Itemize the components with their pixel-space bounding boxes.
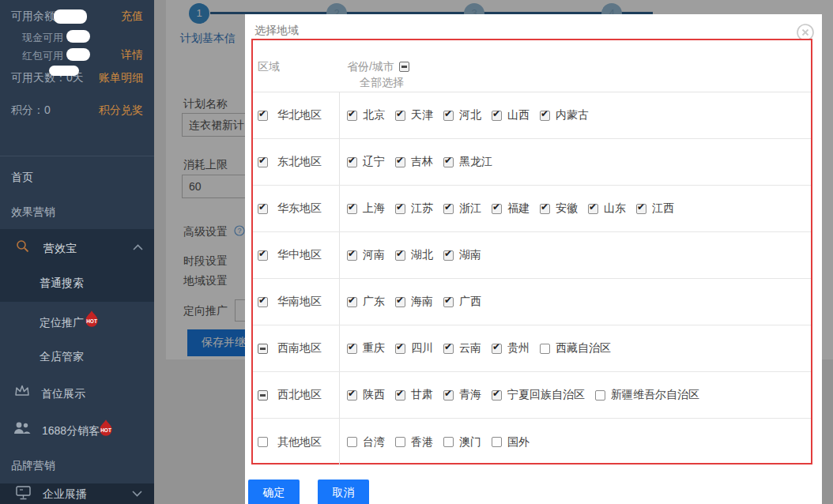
province-checkbox[interactable]	[443, 437, 454, 447]
province-checkbox[interactable]	[347, 297, 357, 307]
province-label: 台湾	[363, 435, 385, 449]
province-label: 山西	[507, 108, 530, 122]
province-label: 海南	[411, 295, 433, 309]
region-checkbox[interactable]	[258, 344, 268, 354]
hot-badge-text: HOT	[100, 427, 111, 433]
redaction-blob	[66, 48, 90, 61]
sidebar-item-normal-search[interactable]: 普通搜索	[40, 276, 84, 291]
sidebar-item-distribution[interactable]: 1688分销客	[42, 424, 100, 438]
province-checkbox[interactable]	[492, 344, 502, 354]
region-cell: 华南地区	[253, 279, 340, 325]
region-label: 西北地区	[277, 388, 322, 402]
province-checkbox[interactable]	[540, 344, 550, 354]
bill-detail-link[interactable]: 账单明细	[99, 71, 143, 85]
sidebar-divider	[0, 156, 154, 156]
province-item: 广东	[347, 295, 385, 309]
points-label: 积分：0	[11, 103, 51, 118]
province-checkbox[interactable]	[540, 111, 550, 121]
province-checkbox[interactable]	[492, 204, 502, 214]
redaction-blob	[66, 30, 90, 43]
province-checkbox[interactable]	[395, 390, 405, 401]
region-checkbox[interactable]	[258, 437, 268, 447]
province-item: 山西	[492, 108, 530, 122]
province-cell: 台湾香港澳门国外	[340, 435, 811, 449]
province-checkbox[interactable]	[443, 157, 454, 167]
region-checkbox[interactable]	[258, 157, 268, 167]
province-checkbox[interactable]	[636, 204, 646, 214]
chevron-down-icon	[132, 491, 142, 497]
hot-badge-text: HOT	[86, 318, 97, 324]
province-label: 安徽	[556, 201, 578, 216]
province-checkbox[interactable]	[492, 111, 502, 121]
province-checkbox[interactable]	[395, 437, 405, 447]
province-label: 黑龙江	[459, 155, 492, 169]
sidebar-item-home[interactable]: 首页	[11, 171, 33, 185]
province-checkbox[interactable]	[443, 297, 454, 307]
sidebar-item-yingxiaobao[interactable]: 营效宝	[43, 242, 77, 256]
province-checkbox[interactable]	[347, 250, 357, 261]
province-checkbox[interactable]	[347, 204, 357, 214]
province-label: 国外	[507, 435, 530, 449]
sidebar-item-effect-marketing[interactable]: 效果营销	[11, 205, 55, 220]
region-checkbox[interactable]	[258, 297, 268, 307]
province-cell: 陕西甘肃青海宁夏回族自治区新疆维吾尔自治区	[340, 388, 811, 402]
province-label: 河南	[363, 248, 385, 262]
province-checkbox[interactable]	[347, 390, 357, 401]
province-checkbox[interactable]	[395, 250, 405, 261]
recharge-link[interactable]: 充值	[121, 9, 143, 24]
province-checkbox[interactable]	[395, 111, 405, 121]
hot-badge-icon: HOT	[96, 419, 116, 438]
province-checkbox[interactable]	[492, 390, 502, 401]
province-checkbox[interactable]	[395, 297, 405, 307]
cancel-button[interactable]: 取消	[318, 480, 369, 504]
confirm-button[interactable]: 确定	[248, 480, 300, 504]
region-cell: 西南地区	[253, 325, 340, 371]
region-table-rows: 华北地区北京天津河北山西内蒙古东北地区辽宁吉林黑龙江华东地区上海江苏浙江福建安徽…	[253, 92, 811, 465]
province-item: 江西	[636, 201, 674, 216]
redpacket-detail-link[interactable]: 详情	[121, 48, 143, 62]
sidebar: 可用余额： 充值 现金可用： 红包可用： 详情 可用天数：0天 账单明细 积分：…	[0, 0, 154, 504]
province-checkbox[interactable]	[395, 157, 405, 167]
province-checkbox[interactable]	[347, 157, 357, 167]
sidebar-item-brand-marketing[interactable]: 品牌营销	[11, 459, 55, 473]
enterprise-show-section[interactable]: 企业展播	[0, 483, 154, 504]
province-label: 北京	[363, 108, 385, 122]
province-checkbox[interactable]	[443, 344, 454, 354]
province-label: 上海	[363, 201, 385, 216]
province-checkbox[interactable]	[595, 390, 605, 401]
column-header-region: 区域	[258, 60, 280, 74]
region-select-modal: 选择地域 区域 省份/城市 全部选择 华北地区北京天津河北山西内蒙古东北地区辽宁…	[245, 14, 822, 504]
province-label: 贵州	[507, 341, 530, 355]
sidebar-item-top-display[interactable]: 首位展示	[41, 387, 85, 401]
province-cell: 河南湖北湖南	[340, 248, 811, 262]
province-checkbox[interactable]	[588, 204, 598, 214]
points-redeem-link[interactable]: 积分兑奖	[99, 103, 143, 118]
region-checkbox[interactable]	[258, 390, 268, 401]
province-checkbox[interactable]	[443, 250, 454, 261]
region-checkbox[interactable]	[258, 204, 268, 214]
collapse-all-icon[interactable]	[399, 62, 409, 72]
province-item: 福建	[492, 201, 530, 216]
region-label: 华中地区	[277, 248, 322, 262]
sidebar-item-store-manager[interactable]: 全店管家	[40, 350, 84, 364]
sidebar-item-targeted-promo[interactable]: 定位推广	[40, 316, 84, 330]
province-item: 台湾	[347, 435, 385, 449]
province-label: 湖北	[411, 248, 433, 262]
province-checkbox[interactable]	[347, 344, 357, 354]
region-checkbox[interactable]	[258, 250, 268, 261]
province-checkbox[interactable]	[540, 204, 550, 214]
province-label: 青海	[459, 388, 481, 402]
province-checkbox[interactable]	[492, 437, 502, 447]
province-checkbox[interactable]	[443, 390, 454, 401]
province-item: 澳门	[443, 435, 481, 449]
province-label: 广东	[363, 295, 385, 309]
province-checkbox[interactable]	[395, 344, 405, 354]
province-checkbox[interactable]	[395, 204, 405, 214]
province-checkbox[interactable]	[443, 204, 454, 214]
province-label: 香港	[411, 435, 433, 449]
province-checkbox[interactable]	[347, 437, 357, 447]
region-checkbox[interactable]	[258, 111, 268, 121]
region-table-header: 区域 省份/城市 全部选择	[253, 40, 811, 92]
province-checkbox[interactable]	[347, 111, 357, 121]
province-checkbox[interactable]	[443, 111, 454, 121]
